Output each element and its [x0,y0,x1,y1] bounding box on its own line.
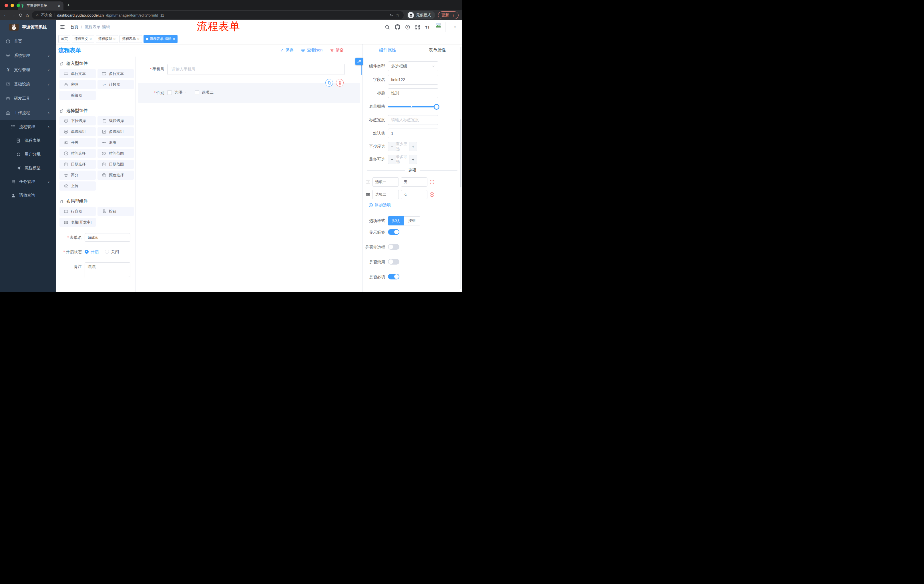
sidebar-item-首页[interactable]: 首页 [0,34,56,49]
gender-option-选项一[interactable]: 选项一 [167,90,186,95]
form-grid-slider[interactable] [388,102,438,112]
component-item-下拉选择[interactable]: 下拉选择 [59,116,96,125]
reload-icon[interactable] [18,13,23,17]
sidebar-item-流程模型[interactable]: 流程模型 [0,161,56,175]
tag-流程表单-编辑[interactable]: 流程表单-编辑× [144,35,178,43]
component-item-颜色选择[interactable]: 颜色选择 [97,171,134,180]
copy-component-button[interactable] [325,79,333,87]
tab-component-props[interactable]: 组件属性 [363,44,412,56]
decrease-button[interactable]: − [388,155,396,164]
help-icon[interactable]: ? [405,25,410,30]
font-size-icon[interactable]: ᴛT [425,25,430,30]
option-value-input[interactable]: 男 [401,178,427,187]
sidebar-item-流程表单[interactable]: 流程表单 [0,134,56,147]
component-item-表格[开发中][interactable]: 表格[开发中] [59,218,96,227]
toggle-显示标签[interactable] [388,229,399,235]
avatar[interactable] [435,22,446,32]
view-json-button[interactable]: 查看json [301,48,322,53]
collapse-menu-icon[interactable] [56,25,67,30]
breadcrumb-home[interactable]: 首页 [70,25,78,30]
sidebar-item-研发工具[interactable]: 研发工具∨ [0,91,56,106]
close-icon[interactable]: × [137,37,140,41]
search-icon[interactable] [385,25,390,30]
minimize-window-button[interactable] [11,4,14,7]
sidebar-item-基础设施[interactable]: 基础设施∨ [0,77,56,91]
toggle-是否必填[interactable] [388,274,399,280]
option-label-input[interactable]: 选项二 [372,190,399,199]
component-item-单行文本[interactable]: 单行文本 [59,69,96,78]
tag-流程表单[interactable]: 流程表单× [119,35,142,43]
style-default-button[interactable]: 默认 [388,216,404,225]
close-icon[interactable]: × [89,37,92,41]
component-item-上传[interactable]: 上传 [59,181,96,191]
status-radio-开启[interactable]: 开启 [85,247,99,256]
sidebar-item-工作流程[interactable]: 工作流程∧ [0,106,56,120]
slider-handle[interactable] [434,104,439,110]
panel-scrollbar[interactable] [460,47,462,289]
zoom-window-button[interactable] [16,4,20,7]
new-tab-button[interactable]: + [67,2,70,8]
component-item-密码[interactable]: 密码 [59,80,96,89]
security-label[interactable]: 不安全 [41,13,52,18]
component-item-开关[interactable]: 开关 [59,138,96,147]
checkbox-icon[interactable] [167,90,172,95]
github-icon[interactable] [395,24,400,30]
form-canvas[interactable]: *手机号 请输入手机号 *性别 选项一选项二 [136,57,363,292]
label-width-input[interactable]: 请输入标签宽度 [388,115,438,125]
component-item-按钮[interactable]: 按钮 [97,207,134,216]
sidebar-item-请假查询[interactable]: 请假查询 [0,189,56,202]
checkbox-icon[interactable] [195,90,199,95]
close-icon[interactable]: × [114,37,116,41]
delete-component-button[interactable] [336,79,344,87]
component-item-日期范围[interactable]: 日期范围 [97,160,134,169]
option-label-input[interactable]: 选项一 [372,178,399,187]
decrease-button[interactable]: − [388,142,396,151]
component-item-计数器[interactable]: 123计数器 [97,80,134,89]
component-item-多选框组[interactable]: 多选框组 [97,127,134,136]
increase-button[interactable]: + [409,155,417,164]
component-item-评分[interactable]: 评分 [59,171,96,180]
sidebar-item-流程管理[interactable]: 流程管理∧ [0,120,56,134]
component-item-级联选择[interactable]: 级联选择 [97,116,134,125]
default-value-input[interactable]: 1 [388,128,438,138]
browser-menu-icon[interactable]: ⋮ [451,13,455,17]
tag-流程定义[interactable]: 流程定义× [72,35,94,43]
tab-close-icon[interactable]: ✕ [58,4,61,8]
browser-tab[interactable]: 芋道管理系统 ✕ [18,2,63,10]
component-type-select[interactable]: 多选框组 [388,61,438,71]
component-item-时间选择[interactable]: 时间选择 [59,149,96,158]
min-select-stepper[interactable]: −至少应选+ [388,142,417,151]
add-option-button[interactable]: 添加选项 [368,202,462,208]
gender-option-选项二[interactable]: 选项二 [195,90,214,95]
status-radio-关闭[interactable]: 关闭 [105,247,119,256]
tab-form-props[interactable]: 表单属性 [412,44,462,56]
update-button[interactable]: 更新 ⋮ [438,12,459,19]
tag-首页[interactable]: 首页 [58,35,70,43]
remove-option-button[interactable] [429,179,434,184]
style-button-button[interactable]: 按钮 [404,216,420,225]
forward-icon[interactable]: → [11,13,15,17]
close-window-button[interactable] [5,4,8,7]
phone-field-row[interactable]: *手机号 请输入手机号 [136,64,363,75]
component-item-滑块[interactable]: 滑块 [97,138,134,147]
title-input[interactable]: 性别 [388,88,438,98]
remove-option-button[interactable] [429,192,434,197]
option-value-input[interactable]: 女 [401,190,427,199]
component-item-多行文本[interactable]: 多行文本 [97,69,134,78]
close-icon[interactable]: × [173,37,175,41]
link-icon[interactable] [355,58,363,65]
home-icon[interactable]: ⌂ [26,13,29,17]
fullscreen-icon[interactable] [415,25,420,30]
toggle-是否禁用[interactable] [388,259,399,265]
form-remark-textarea[interactable]: 嘿嘿 [85,262,130,278]
sidebar-item-用户分组[interactable]: 用户分组 [0,147,56,161]
chevron-down-icon[interactable]: ▾ [454,25,456,29]
component-item-时间范围[interactable]: 时间范围 [97,149,134,158]
window-controls[interactable] [5,4,20,7]
address-bar[interactable]: ⚠ 不安全 dashboard.yudao.iocoder.cn/bpm/man… [32,11,404,19]
selected-component-gender[interactable]: *性别 选项一选项二 [138,83,360,103]
component-item-编辑器[interactable]: 编辑器 [59,91,96,100]
sidebar-item-任务管理[interactable]: 任务管理∨ [0,175,56,189]
bookmark-star-icon[interactable]: ☆ [396,13,400,18]
clear-button[interactable]: 清空 [330,48,344,53]
